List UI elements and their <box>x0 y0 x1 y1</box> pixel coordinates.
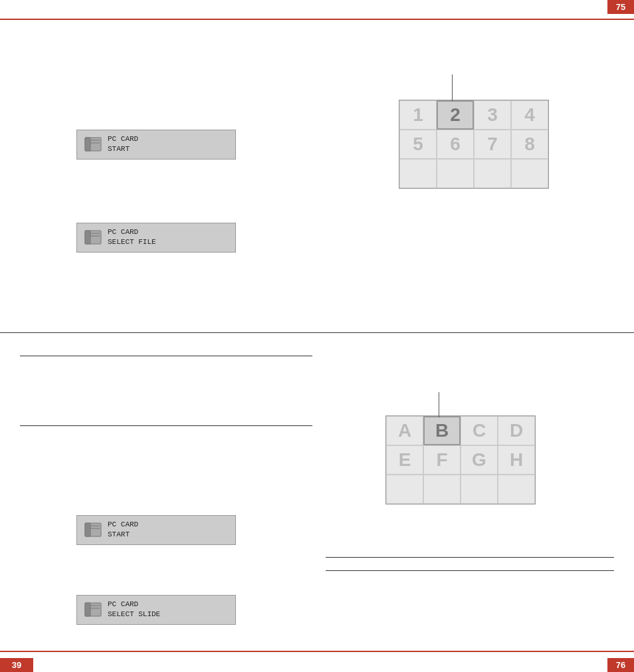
num-cell-6[interactable]: 6 <box>437 130 474 159</box>
letter-cell-H[interactable]: H <box>498 445 535 475</box>
letter-cell-E[interactable]: E <box>386 445 423 475</box>
pc-card-start-text-2: PC CARD START <box>108 520 138 540</box>
middle-rule <box>0 332 634 333</box>
page-number-75: 75 <box>607 0 634 14</box>
letter-cell-empty-4 <box>498 475 535 504</box>
num-cell-4[interactable]: 4 <box>511 100 548 130</box>
num-cell-empty-3 <box>474 159 511 188</box>
pc-card-select-file-text: PC CARD SELECT FILE <box>108 227 156 248</box>
num-cell-empty-1 <box>399 159 437 188</box>
pointer-line-1 <box>452 74 453 101</box>
letter-cell-A[interactable]: A <box>386 416 423 445</box>
letter-cell-empty-1 <box>386 475 423 504</box>
bottom-rule-2 <box>20 425 312 426</box>
pc-card-start-button-top[interactable]: PC CARD START <box>76 130 236 160</box>
pc-card-icon-2 <box>84 228 102 247</box>
num-cell-3[interactable]: 3 <box>474 100 511 130</box>
letter-grid: A B C D E F G H <box>385 415 536 504</box>
page-number-39: 39 <box>0 658 33 672</box>
pc-card-icon-4 <box>84 600 102 619</box>
num-cell-1[interactable]: 1 <box>399 100 437 130</box>
pointer-line-2 <box>439 392 439 417</box>
pc-card-start-text: PC CARD START <box>108 134 138 155</box>
letter-cell-B[interactable]: B <box>423 416 461 445</box>
num-cell-2[interactable]: 2 <box>437 100 474 130</box>
top-rule <box>0 19 634 20</box>
svg-rect-9 <box>85 523 90 536</box>
num-cell-8[interactable]: 8 <box>511 130 548 159</box>
bottom-rule-4 <box>326 570 614 571</box>
bottom-rule-1 <box>20 356 312 356</box>
pc-card-icon <box>84 135 102 154</box>
pc-card-select-slide-button[interactable]: PC CARD SELECT SLIDE <box>76 595 236 625</box>
bottom-red-rule <box>0 651 634 652</box>
num-cell-empty-4 <box>511 159 548 188</box>
letter-cell-G[interactable]: G <box>461 445 498 475</box>
page-number-76: 76 <box>607 658 634 672</box>
letter-cell-empty-3 <box>461 475 498 504</box>
pc-card-start-button-bottom[interactable]: PC CARD START <box>76 515 236 545</box>
svg-rect-5 <box>85 231 90 244</box>
letter-cell-D[interactable]: D <box>498 416 535 445</box>
num-cell-7[interactable]: 7 <box>474 130 511 159</box>
pc-card-select-slide-text: PC CARD SELECT SLIDE <box>108 600 160 620</box>
num-cell-5[interactable]: 5 <box>399 130 437 159</box>
letter-cell-F[interactable]: F <box>423 445 461 475</box>
bottom-rule-3 <box>326 557 614 558</box>
letter-cell-empty-2 <box>423 475 461 504</box>
svg-rect-1 <box>85 138 90 151</box>
num-cell-empty-2 <box>437 159 474 188</box>
pc-card-select-file-button[interactable]: PC CARD SELECT FILE <box>76 223 236 253</box>
letter-cell-C[interactable]: C <box>461 416 498 445</box>
pc-card-icon-3 <box>84 520 102 539</box>
svg-rect-13 <box>85 603 90 616</box>
number-grid: 1 2 3 4 5 6 7 8 <box>399 100 549 189</box>
